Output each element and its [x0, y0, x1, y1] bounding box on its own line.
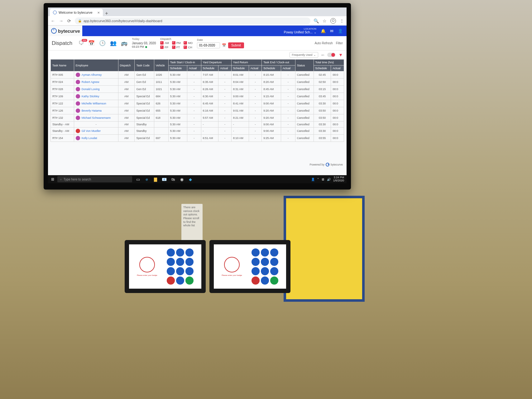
- table-row[interactable]: RT# 122Michelle WilliamsonAMSpecial Ed62…: [51, 100, 344, 107]
- employee-name[interactable]: Robert Agnew: [82, 80, 99, 84]
- taskbar-search[interactable]: ○ Type here to search: [57, 176, 132, 182]
- employee-name[interactable]: Beverly Hatama: [82, 109, 102, 112]
- table-row[interactable]: RT# 132Michael SchwanemannAMSpecial Ed61…: [51, 114, 344, 122]
- col-task-code[interactable]: Task Code: [135, 60, 154, 71]
- col-sub[interactable]: Schedule: [168, 65, 187, 71]
- mail-app-icon[interactable]: 📧: [160, 176, 168, 183]
- table-row[interactable]: RT# 005Ayman AlhomsyAMGen Ed10265:30 AM-…: [51, 71, 344, 79]
- menu-icon[interactable]: ⋮: [340, 18, 344, 23]
- start-button[interactable]: ⊞: [48, 177, 57, 181]
- tray-clock[interactable]: 3:24 PM 1/6/2020: [333, 176, 344, 182]
- table-row[interactable]: RT# 154Kelly LoudatAMSpecial Ed6975:30 A…: [51, 135, 344, 142]
- employee-name[interactable]: Kathy Stickley: [82, 95, 99, 98]
- table-row[interactable]: Standby - AMGil Von MuellerAMStandby5:30…: [51, 127, 344, 135]
- tab-close-icon[interactable]: ×: [97, 10, 100, 15]
- checkbox-ch[interactable]: [184, 46, 187, 49]
- col-task-end[interactable]: Task End / Clock-out: [262, 60, 295, 65]
- toolbar: Dispatch 🗨231 📅 🕒 👥 🚌 Today January 03, …: [48, 36, 347, 50]
- cell-vehicle: 1021: [154, 86, 168, 93]
- avatar-icon: [76, 73, 80, 77]
- checkbox-am[interactable]: [160, 41, 164, 45]
- url-field[interactable]: 🔒 app.bytecurve360.com/bytecurve/#/daily…: [75, 17, 310, 24]
- explorer-icon[interactable]: ▇: [151, 176, 160, 183]
- cell-vehicle: 626: [154, 100, 168, 107]
- cell-te-a: -: [281, 127, 295, 135]
- col-task-name[interactable]: Task Name: [51, 60, 74, 71]
- mail-icon[interactable]: ✉: [330, 29, 333, 33]
- chevron-up-icon[interactable]: ˄: [317, 178, 319, 181]
- col-sub[interactable]: Schedule: [231, 65, 249, 71]
- date-input[interactable]: [197, 42, 220, 48]
- people-tray-icon[interactable]: 👤: [311, 178, 315, 181]
- table-row[interactable]: RT# 028Donald LovingAMGen Ed10215:30 AM-…: [51, 86, 344, 93]
- dispatch-filters: Dispatch AM PM MO FP FT CH: [160, 37, 193, 49]
- checkbox-fp[interactable]: [160, 46, 164, 49]
- bus-icon[interactable]: 🚌: [121, 40, 127, 46]
- volume-icon[interactable]: 🔊: [327, 178, 331, 181]
- chrome-icon[interactable]: ◉: [178, 176, 186, 183]
- today-block: Today January 03, 2020 03:23 PM: [132, 37, 156, 49]
- user-icon[interactable]: 👤: [338, 29, 343, 33]
- col-sub[interactable]: Actual: [249, 65, 261, 71]
- employee-name[interactable]: Gil Von Mueller: [82, 129, 101, 132]
- col-sub[interactable]: Schedule: [262, 65, 281, 71]
- employee-name[interactable]: Kelly Loudat: [82, 137, 97, 140]
- app-icon[interactable]: ◆: [186, 176, 194, 183]
- col-yard-dep[interactable]: Yard Departure: [201, 60, 231, 65]
- back-icon[interactable]: ←: [50, 18, 55, 23]
- search-icon[interactable]: 🔍: [314, 18, 319, 23]
- cell-vehicle: 697: [154, 135, 168, 142]
- edge-icon[interactable]: e: [143, 176, 151, 183]
- col-vehicle[interactable]: Vehicle: [154, 60, 168, 71]
- browser-tab[interactable]: Welcome to bytecurve ×: [50, 9, 103, 16]
- profile-icon[interactable]: [330, 18, 336, 24]
- page-title: Dispatch: [52, 40, 72, 46]
- network-icon[interactable]: 🖥: [321, 178, 324, 181]
- system-tray: 👤 ˄ 🖥 🔊 3:24 PM 1/6/2020: [311, 176, 347, 182]
- frequently-used-select[interactable]: Frequently Used⌄: [290, 52, 318, 58]
- brand-logo-icon: [51, 28, 57, 34]
- reload-icon[interactable]: ⟳: [67, 18, 72, 23]
- employee-name[interactable]: Michelle Williamson: [82, 102, 106, 105]
- checkbox-mo[interactable]: [184, 41, 187, 45]
- task-view-icon[interactable]: ▭: [134, 176, 142, 183]
- col-sub[interactable]: Actual: [218, 65, 231, 71]
- clock-icon[interactable]: 🕒: [99, 40, 106, 46]
- col-task-start[interactable]: Task Start / Clock-in: [168, 60, 201, 65]
- refresh-toggle[interactable]: [327, 53, 335, 57]
- location-block[interactable]: LOCATION Poway Unified Sch...⌄: [284, 27, 316, 34]
- new-tab-button[interactable]: +: [103, 11, 110, 16]
- employee-name[interactable]: Michael Schwanemann: [82, 116, 111, 119]
- col-sub[interactable]: Schedule: [314, 65, 331, 71]
- cell-task: Standby - AM: [51, 127, 74, 135]
- col-sub[interactable]: Actual: [281, 65, 295, 71]
- checkbox-pm[interactable]: [172, 41, 175, 45]
- col-sub[interactable]: Actual: [187, 65, 201, 71]
- col-yard-ret[interactable]: Yard Return: [231, 60, 261, 65]
- col-employee[interactable]: Employee: [74, 60, 118, 71]
- col-dispatch[interactable]: Dispatch: [118, 60, 135, 71]
- cell-yd-a: -: [218, 71, 231, 79]
- submit-button[interactable]: Submit: [228, 42, 244, 48]
- bell-icon[interactable]: 🔔: [321, 29, 326, 33]
- table-row[interactable]: RT# 126Beverly HatamaAMSpecial Ed6555:30…: [51, 107, 344, 114]
- col-sub[interactable]: Schedule: [201, 65, 218, 71]
- cell-vehicle: [154, 122, 168, 127]
- employee-name[interactable]: Donald Loving: [82, 88, 100, 91]
- table-row[interactable]: RT# 109Kathy StickleyAMSpecial Ed6845:30…: [51, 93, 344, 100]
- forward-icon[interactable]: →: [59, 18, 64, 23]
- col-sub[interactable]: Actual: [331, 65, 344, 71]
- col-status[interactable]: Status: [295, 60, 314, 71]
- store-icon[interactable]: 🛍: [169, 176, 177, 183]
- calendar-picker-icon[interactable]: 📅: [222, 43, 226, 47]
- funnel-icon[interactable]: ▼: [338, 52, 343, 57]
- checkbox-ft[interactable]: [172, 46, 175, 49]
- table-row[interactable]: RT# 024Robert AgnewAMGen Ed10115:30 AM-6…: [51, 79, 344, 86]
- alerts-icon[interactable]: 🗨231: [79, 40, 84, 46]
- people-icon[interactable]: 👥: [110, 40, 117, 46]
- star-icon[interactable]: ☆: [323, 18, 327, 23]
- calendar-icon[interactable]: 📅: [88, 40, 95, 46]
- table-row[interactable]: Standby - AM-AMStandby5:30 AM-----9:00 A…: [51, 122, 344, 127]
- col-total-time[interactable]: Total time (hrs): [314, 60, 344, 65]
- employee-name[interactable]: Ayman Alhomsy: [82, 73, 102, 76]
